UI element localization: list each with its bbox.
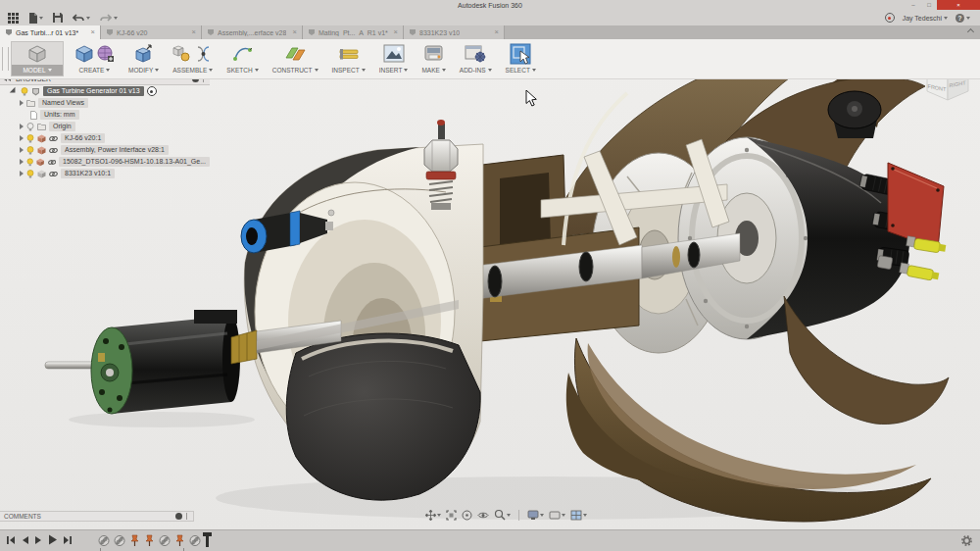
expand-arrow-icon[interactable]: [20, 124, 24, 129]
record-icon[interactable]: [885, 13, 895, 23]
visibility-bulb-icon[interactable]: [26, 146, 34, 155]
browser-root-label[interactable]: Gas Turbine Generator 01 v13: [43, 86, 144, 96]
app-grid-icon[interactable]: [8, 13, 19, 24]
comments-bar[interactable]: COMMENTS: [0, 511, 194, 522]
browser-row-origin[interactable]: Origin: [0, 121, 210, 132]
timeline-feature-insert-icon[interactable]: [159, 534, 171, 547]
user-menu[interactable]: Jay Tedeschi: [903, 15, 948, 22]
browser-row-8331k23[interactable]: 8331K23 v10:1: [0, 168, 210, 179]
go-to-start-button[interactable]: [6, 535, 16, 545]
look-at-button[interactable]: [477, 510, 489, 521]
menu-add-ins[interactable]: ADD-INS: [453, 39, 499, 78]
visibility-bulb-icon[interactable]: [21, 87, 28, 96]
tab-close-icon[interactable]: ×: [91, 28, 95, 36]
expand-arrow-icon[interactable]: [10, 87, 18, 95]
timeline-feature-pin-icon[interactable]: [144, 534, 155, 547]
go-to-end-button[interactable]: [63, 535, 73, 545]
visibility-bulb-icon[interactable]: [26, 123, 34, 131]
tab-8331k23[interactable]: 8331K23 v10 ×: [404, 25, 505, 39]
insert-icon[interactable]: [383, 44, 405, 63]
timeline-options-gear-icon[interactable]: [961, 535, 972, 546]
timeline-feature-insert-icon[interactable]: [189, 534, 201, 547]
browser-root-row[interactable]: Gas Turbine Generator 01 v13: [0, 85, 210, 97]
tab-mating-pt[interactable]: Mating_Pt..._A_R1 v1* ×: [303, 25, 404, 39]
file-menu-button[interactable]: [28, 13, 43, 24]
maximize-button[interactable]: □: [921, 0, 937, 10]
step-forward-button[interactable]: [34, 535, 43, 545]
comments-resize-grip[interactable]: [186, 513, 189, 520]
timeline-feature-insert-icon[interactable]: [114, 534, 125, 547]
select-icon[interactable]: [510, 43, 531, 65]
workspace-selector-model[interactable]: MODEL: [11, 41, 64, 76]
close-button[interactable]: ×: [937, 0, 980, 10]
browser-item-label[interactable]: KJ-66 v20:1: [61, 133, 105, 143]
browser-item-label[interactable]: Assembly, Power Interface v28:1: [61, 145, 169, 155]
browser-item-label[interactable]: 8331K23 v10:1: [61, 169, 115, 178]
browser-item-label[interactable]: Units: mm: [40, 110, 79, 120]
play-button[interactable]: [48, 534, 58, 545]
browser-row-named-views[interactable]: Named Views: [0, 97, 210, 109]
modify-icon[interactable]: [134, 44, 154, 64]
browser-row-kj66[interactable]: KJ-66 v20:1: [0, 132, 210, 144]
menu-make[interactable]: MAKE: [415, 39, 452, 78]
orbit-button[interactable]: [462, 510, 472, 521]
undo-button[interactable]: [73, 14, 90, 23]
viewports-button[interactable]: [570, 510, 587, 521]
timeline-feature-pin-icon[interactable]: [129, 534, 140, 547]
browser-row-assembly[interactable]: Assembly, Power Interface v28:1: [0, 144, 210, 156]
display-settings-button[interactable]: [527, 510, 544, 521]
step-back-button[interactable]: [21, 535, 29, 545]
save-button[interactable]: [53, 13, 63, 23]
browser-item-label[interactable]: 15082_DTSO1-096-HSM1-10.18.13-A01_Ge...: [59, 157, 210, 167]
toolbar-grip-handle[interactable]: [2, 47, 9, 71]
visibility-bulb-icon[interactable]: [26, 134, 34, 143]
expand-arrow-icon[interactable]: [20, 147, 24, 153]
timeline-feature-insert-icon[interactable]: [98, 534, 110, 547]
sketch-icon[interactable]: [232, 44, 254, 64]
browser-row-units[interactable]: Units: mm: [0, 109, 210, 121]
tab-close-icon[interactable]: ×: [192, 28, 196, 36]
tab-gas-turbine[interactable]: Gas Turbi...r 01 v13* ×: [0, 25, 101, 39]
tab-close-icon[interactable]: ×: [394, 28, 398, 36]
make-icon[interactable]: [423, 44, 444, 63]
comments-toggle-icon[interactable]: [175, 513, 182, 520]
inspect-icon[interactable]: [338, 44, 360, 64]
assemble-joint-icon[interactable]: [194, 44, 213, 64]
menu-construct[interactable]: CONSTRUCT: [266, 39, 325, 78]
fit-button[interactable]: [446, 510, 457, 521]
visibility-bulb-icon[interactable]: [26, 158, 33, 167]
minimize-button[interactable]: –: [906, 0, 921, 10]
visibility-bulb-icon[interactable]: [26, 170, 34, 178]
toolbar-collapse-chevron-icon[interactable]: [967, 28, 974, 33]
tab-kj66[interactable]: KJ-66 v20 ×: [101, 25, 202, 39]
redo-button[interactable]: [100, 14, 118, 23]
expand-arrow-icon[interactable]: [20, 100, 24, 106]
tab-close-icon[interactable]: ×: [293, 28, 297, 36]
menu-sketch[interactable]: SKETCH: [220, 39, 265, 78]
help-menu[interactable]: ?: [956, 14, 970, 23]
browser-item-label[interactable]: Origin: [49, 122, 75, 131]
expand-arrow-icon[interactable]: [20, 135, 24, 141]
menu-assemble[interactable]: ASSEMBLE: [166, 39, 220, 78]
create-form-icon[interactable]: [96, 44, 115, 64]
menu-select[interactable]: SELECT: [499, 39, 543, 78]
assemble-new-component-icon[interactable]: [172, 44, 192, 64]
menu-inspect[interactable]: INSPECT: [325, 39, 372, 78]
tab-close-icon[interactable]: ×: [495, 28, 499, 36]
menu-modify[interactable]: MODIFY: [122, 39, 166, 78]
zoom-button[interactable]: [494, 509, 511, 521]
browser-item-label[interactable]: Named Views: [38, 98, 88, 108]
timeline-feature-pin-icon[interactable]: [174, 534, 185, 547]
menu-create[interactable]: CREATE: [68, 39, 122, 78]
expand-arrow-icon[interactable]: [20, 171, 24, 176]
model-carbon-shell[interactable]: [286, 333, 480, 500]
grid-snaps-button[interactable]: [549, 510, 565, 521]
menu-insert[interactable]: INSERT: [372, 39, 416, 78]
tab-assembly-power-interface[interactable]: Assembly,...erface v28 ×: [202, 25, 303, 39]
pan-button[interactable]: [425, 510, 441, 521]
browser-row-15082[interactable]: 15082_DTSO1-096-HSM1-10.18.13-A01_Ge...: [0, 156, 210, 168]
timeline-position-marker[interactable]: [206, 533, 209, 547]
expand-arrow-icon[interactable]: [20, 159, 24, 165]
create-box-icon[interactable]: [74, 44, 94, 64]
add-ins-icon[interactable]: [465, 44, 486, 63]
